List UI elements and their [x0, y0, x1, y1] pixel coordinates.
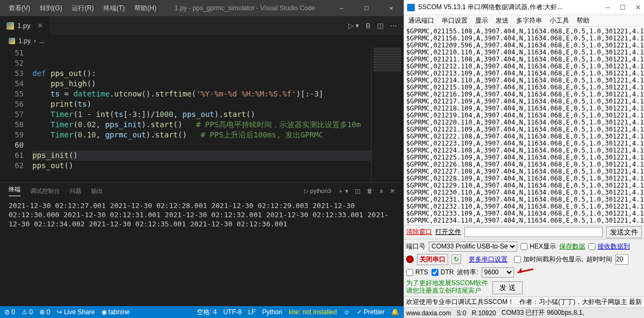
menu-item[interactable]: 运行(R)	[67, 2, 98, 15]
python-icon	[9, 38, 15, 44]
status-bar: ⊘ 0 ⚠ 0 ⊕ 0 ↪ Live Share ◉ tabnine 空格: 4…	[0, 306, 403, 318]
menu-item[interactable]: 帮助	[577, 16, 590, 25]
port-label: 端口号	[406, 242, 426, 251]
sscom-app-icon	[407, 4, 415, 11]
vscode-titlebar: 查看(V)转到(G)运行(R)终端(T)帮助(H) 1.py - pps_gpr…	[0, 0, 403, 16]
status-liveshare[interactable]: ↪ Live Share	[57, 308, 95, 316]
recv-checkbox[interactable]: 接收数据到	[588, 242, 630, 251]
status-ports[interactable]: ⊕ 0	[39, 308, 50, 316]
terminal-output[interactable]: 2021-12-30 02:12:27.001 2021-12-30 02:12…	[0, 199, 403, 306]
status-warnings[interactable]: ⚠ 0	[22, 308, 33, 316]
maximize-icon[interactable]: ☐	[354, 0, 379, 16]
terminal-dropdown[interactable]: ▷ python3	[304, 188, 331, 195]
dtr-checkbox[interactable]: DTR	[431, 268, 454, 276]
menu-item[interactable]: 转到(G)	[36, 2, 66, 15]
reload-icon[interactable]: ↻	[451, 254, 461, 264]
tab-output[interactable]: 输出	[91, 187, 103, 195]
port-select[interactable]: COM33 Prolific USB-to-Seri	[429, 241, 517, 252]
minimap[interactable]	[371, 47, 403, 182]
footer-sent: S:0	[456, 309, 466, 317]
status-prettier[interactable]: ✓ Prettier	[357, 308, 385, 316]
tab-1py[interactable]: 1.py ✕	[0, 16, 50, 35]
status-led-icon	[406, 255, 414, 263]
file-path-input[interactable]	[464, 227, 603, 237]
close-panel-icon[interactable]: ✕	[390, 188, 395, 195]
close-icon[interactable]: ✕	[379, 0, 403, 16]
sscom-menu: 通讯端口串口设置显示发送多字符串小工具帮助	[404, 15, 644, 27]
status-kite[interactable]: kite: not installed	[289, 308, 337, 316]
tab-debug-console[interactable]: 调试控制台	[30, 187, 60, 195]
run-icon[interactable]: ▷ ▾	[348, 22, 360, 30]
maximize-icon[interactable]: ☐	[620, 4, 626, 11]
bottom-panel: 终端 调试控制台 问题 输出 ▷ python3 ＋ ▾ ◫ 🗑 ∧ ✕ 202…	[0, 182, 403, 306]
close-icon[interactable]: ✕	[635, 4, 641, 11]
window-title: 1.py - pps_gprmc_simulator - Visual Stud…	[161, 4, 329, 12]
breadcrumb[interactable]: 1.py › ...	[0, 35, 403, 47]
footer-author: 作者：习小猛(丁丁)，大虾电子网版主 最新	[519, 298, 642, 307]
footer-welcome: 欢迎使用专业串口调试工具SSCOM！	[406, 298, 514, 307]
send-file-button[interactable]: 发送文件	[606, 226, 642, 238]
hex-checkbox[interactable]: HEX显示	[520, 242, 556, 251]
status-feedback-icon[interactable]: ☺	[344, 308, 350, 316]
status-errors[interactable]: ⊘ 0	[4, 308, 15, 316]
sscom-note: 为了更好地发展SSCOM软件 请您注册嘉立创F结尾宾户	[406, 279, 488, 294]
tab-problems[interactable]: 问题	[70, 187, 81, 195]
status-spaces[interactable]: 空格: 4	[197, 308, 217, 317]
baud-select[interactable]: 9600	[482, 267, 514, 278]
send-button[interactable]: 发 送	[492, 281, 523, 294]
maximize-panel-icon[interactable]: ∧	[379, 188, 383, 195]
footer-url[interactable]: www.daxia.com	[406, 309, 451, 317]
status-tabnine[interactable]: ◉ tabnine	[101, 308, 130, 316]
status-language[interactable]: Python	[262, 308, 282, 316]
tab-bar: 1.py ✕ ▷ ▾ B ◫ ⋯	[0, 16, 403, 35]
menu-item[interactable]: 多字符串	[516, 16, 542, 25]
more-icon[interactable]: ⋯	[390, 22, 397, 30]
footer-recv: R:10920	[471, 309, 496, 317]
save-data-link[interactable]: 保存数据	[559, 242, 585, 251]
python-icon	[6, 22, 14, 30]
clear-window-link[interactable]: 清除窗口	[406, 227, 432, 237]
menu-item[interactable]: 帮助(H)	[130, 2, 161, 15]
tab-close-icon[interactable]: ✕	[37, 22, 43, 30]
rts-checkbox[interactable]: RTS	[406, 268, 428, 276]
open-file-link[interactable]: 打开文件	[435, 227, 461, 237]
timeout-label: 超时时间	[586, 255, 612, 264]
menu-item[interactable]: 终端(T)	[99, 2, 129, 15]
status-bell-icon[interactable]: 🔔	[391, 308, 399, 316]
new-terminal-icon[interactable]: ＋ ▾	[338, 187, 348, 195]
status-encoding[interactable]: UTF-8	[223, 308, 242, 316]
menu-item[interactable]: 发送	[496, 16, 509, 25]
minimize-icon[interactable]: ─	[605, 4, 610, 11]
sscom-output[interactable]: $GPRMC,021155.108,A,3907.404,N,11634.068…	[404, 27, 644, 225]
bold-icon[interactable]: B	[366, 22, 371, 30]
menu-item[interactable]: 串口设置	[442, 16, 468, 25]
tab-terminal[interactable]: 终端	[9, 185, 20, 196]
menu-item[interactable]: 显示	[475, 16, 488, 25]
sscom-titlebar: SSCOM V5.13.1 串口/网络数据调试器,作者:大虾... ─ ☐ ✕	[404, 0, 644, 15]
timestamp-checkbox[interactable]: 加时间戳和分包显示,	[514, 255, 583, 264]
code-editor[interactable]: 515253545556575859606162 def pps_out(): …	[0, 47, 403, 182]
split-terminal-icon[interactable]: ◫	[355, 188, 360, 195]
more-settings-link[interactable]: 更多串口设置	[469, 255, 508, 264]
status-eol[interactable]: LF	[248, 308, 256, 316]
minimize-icon[interactable]: ─	[329, 0, 354, 16]
baud-label: 波特率:	[457, 268, 478, 277]
kill-terminal-icon[interactable]: 🗑	[367, 188, 373, 194]
menu-item[interactable]: 通讯端口	[408, 16, 434, 25]
close-port-button[interactable]: 关闭串口	[417, 254, 448, 265]
timeout-input[interactable]	[615, 254, 628, 265]
arrow-annotation-icon	[517, 267, 539, 278]
menu-item[interactable]: 小工具	[550, 16, 569, 25]
footer-com-status: COM33 已打开 9600bps,8,1,	[502, 308, 584, 317]
split-icon[interactable]: ◫	[377, 22, 383, 30]
menu-item[interactable]: 查看(V)	[4, 2, 35, 15]
